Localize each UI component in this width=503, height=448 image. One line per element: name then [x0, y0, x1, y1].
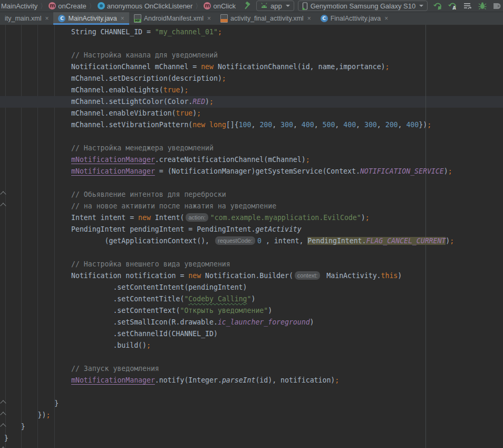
code-token: ;: [218, 28, 222, 36]
editor-tab-FinalActtivity.java[interactable]: CFinalActtivity.java×: [316, 12, 393, 25]
device-selector[interactable]: Genymotion Samsung Galaxy S10: [298, 1, 428, 11]
editor-tab-AndroidManifest.xml[interactable]: MFAndroidManifest.xml×: [129, 12, 216, 25]
code-token: Intent intent =: [4, 214, 138, 222]
code-token: ): [444, 167, 448, 175]
code-line[interactable]: }: [4, 433, 454, 444]
code-token: this: [381, 272, 398, 280]
parameter-hint: action:: [186, 213, 208, 222]
code-token: [4, 156, 71, 164]
code-token: ): [361, 214, 365, 222]
code-line[interactable]: .setContentTitle("Codeby Calling"): [4, 293, 454, 305]
code-token: .createNotificationChannel(mChannel): [155, 156, 306, 164]
code-line[interactable]: .build();: [4, 340, 454, 351]
android-icon: [260, 3, 268, 9]
code-editor[interactable]: String CHANNEL_ID = "my_channel_01"; // …: [0, 25, 503, 448]
code-line[interactable]: PendingIntent pendingIntent = PendingInt…: [4, 224, 454, 235]
code-token: ;: [147, 341, 151, 349]
breadcrumb-item[interactable]: monClick: [204, 2, 236, 10]
breadcrumb-separator: 〉: [40, 1, 46, 11]
code-text[interactable]: String CHANNEL_ID = "my_channel_01"; // …: [4, 26, 454, 444]
code-token: 300: [280, 121, 293, 129]
code-line[interactable]: // Настройка внешнего вида уведомления: [4, 259, 454, 270]
code-token: (getApplicationContext(),: [4, 237, 214, 245]
code-line[interactable]: mChannel.setDescription(description);: [4, 73, 454, 84]
apply-code-changes-button[interactable]: A: [448, 2, 457, 11]
code-line[interactable]: mNotificationManager.createNotificationC…: [4, 154, 454, 166]
apply-changes-restart-button[interactable]: [433, 2, 442, 11]
code-token: .setContentTitle(: [4, 295, 184, 303]
code-line[interactable]: String CHANNEL_ID = "my_channel_01";: [4, 26, 454, 38]
lines-refresh-button[interactable]: [463, 2, 472, 11]
editor-tab-activity_final_acttivity.xml[interactable]: activity_final_acttivity.xml×: [216, 12, 316, 25]
xml-icon: [220, 14, 228, 23]
breadcrumb-separator: 〉: [195, 1, 201, 11]
phone-icon: [302, 2, 308, 10]
breadcrumb-item[interactable]: MainActivity: [1, 2, 37, 10]
run-configuration-label: app: [270, 2, 282, 10]
code-line[interactable]: // Настройка канала для уведомлений: [4, 50, 454, 61]
code-line[interactable]: });: [4, 409, 454, 421]
code-line[interactable]: mChannel.enableVibration(true);: [4, 108, 454, 119]
code-line[interactable]: }: [4, 398, 454, 409]
code-line[interactable]: [4, 177, 454, 189]
tab-close-icon[interactable]: ×: [207, 15, 211, 22]
build-hammer-icon[interactable]: [242, 2, 251, 11]
code-token: (id), notification): [255, 376, 335, 384]
code-line[interactable]: [4, 38, 454, 50]
code-line[interactable]: .setSmallIcon(R.drawable.ic_launcher_for…: [4, 317, 454, 328]
code-line[interactable]: mNotificationManager.notify(Integer.pars…: [4, 375, 454, 386]
code-line[interactable]: mNotificationManager = (NotificationMana…: [4, 166, 454, 177]
code-line[interactable]: // Настройка менеджера уведомлений: [4, 142, 454, 154]
code-line[interactable]: .setContentIntent(pendingIntent): [4, 282, 454, 293]
editor-tab-ity_main.xml[interactable]: ity_main.xml×: [0, 12, 53, 25]
code-line[interactable]: // Обьявление интентов для переброски: [4, 189, 454, 201]
code-line[interactable]: mChannel.setVibrationPattern(new long[]{…: [4, 119, 454, 131]
code-line[interactable]: .setChannelId(CHANNEL_ID): [4, 328, 454, 340]
code-line[interactable]: Notification notification = new Notifica…: [4, 270, 454, 282]
code-line[interactable]: [4, 351, 454, 363]
attach-clipped-button[interactable]: [492, 2, 501, 11]
apply-code-changes-icon: A: [448, 2, 457, 11]
code-line[interactable]: }: [4, 421, 454, 433]
code-line[interactable]: // Запуск уведомления: [4, 363, 454, 375]
toolbar-actions: A: [433, 2, 501, 11]
code-line[interactable]: mChannel.enableLights(true);: [4, 84, 454, 96]
manifest-icon: MF: [134, 14, 141, 23]
code-line[interactable]: [4, 131, 454, 142]
code-token: mChannel.enableLights(: [4, 86, 163, 94]
code-line[interactable]: .setContentText("Открыть уведомление"): [4, 305, 454, 317]
code-token: ,: [272, 121, 280, 129]
main-toolbar: MainActivity〉monCreate〉anonymous OnClick…: [0, 0, 503, 12]
code-token: new: [201, 63, 214, 71]
code-token: PendingIntent pendingIntent = PendingInt…: [4, 225, 255, 233]
parameter-hint: requestCode:: [215, 236, 255, 245]
code-token: }: [4, 434, 8, 442]
apply-changes-restart-icon: [433, 2, 442, 11]
code-line[interactable]: // на новое активити после нажатия на ув…: [4, 201, 454, 212]
breadcrumb-item[interactable]: anonymous OnClickListener: [98, 2, 193, 10]
debug-button[interactable]: [478, 2, 487, 11]
editor-tab-MainActivity.java[interactable]: CMainActivity.java×: [53, 12, 129, 25]
tab-close-icon[interactable]: ×: [307, 15, 311, 22]
code-line[interactable]: mChannel.setLightColor(Color.RED);: [4, 96, 454, 108]
tab-close-icon[interactable]: ×: [121, 15, 124, 22]
code-token: ,: [398, 121, 407, 129]
code-token: ): [268, 307, 272, 314]
code-token: NotificationChannel(id, name,importance): [214, 63, 385, 71]
code-token: , intent,: [262, 237, 307, 245]
code-token: [4, 376, 71, 384]
code-line[interactable]: (getApplicationContext(), requestCode:0 …: [4, 235, 454, 247]
code-token: ,: [335, 121, 343, 129]
code-line[interactable]: [4, 247, 454, 259]
tab-close-icon[interactable]: ×: [384, 15, 388, 22]
code-line[interactable]: [4, 386, 454, 398]
tab-close-icon[interactable]: ×: [45, 15, 49, 22]
code-line[interactable]: Intent intent = new Intent(action:"com.e…: [4, 212, 454, 224]
code-token: .setChannelId(CHANNEL_ID): [4, 330, 218, 338]
method-icon: m: [204, 2, 211, 9]
code-line[interactable]: NotificationChannel mChannel = new Notif…: [4, 61, 454, 73]
code-token: // Настройка внешнего вида уведомления: [4, 260, 230, 268]
run-configuration-selector[interactable]: app: [256, 1, 294, 11]
code-token: ;: [365, 214, 370, 222]
breadcrumb-item[interactable]: monCreate: [49, 2, 86, 10]
